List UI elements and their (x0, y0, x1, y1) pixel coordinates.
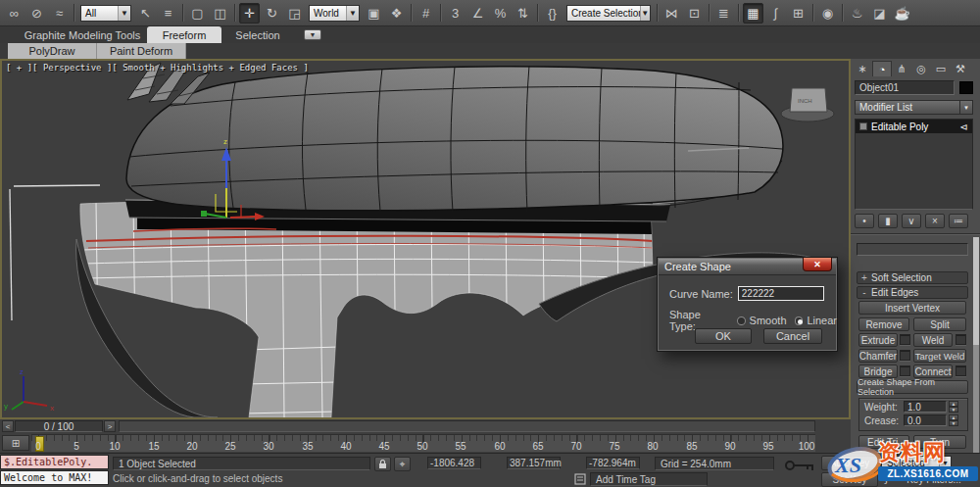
schematic-view-icon[interactable]: ⊞ (788, 3, 808, 24)
modifier-list-dropdown[interactable]: Modifier List ▼ (855, 100, 973, 115)
remove-modifier-icon[interactable]: × (925, 214, 945, 228)
subtab-paint-deform[interactable]: Paint Deform (97, 43, 186, 59)
absolute-offset-icon[interactable]: ⌖ (394, 457, 411, 471)
select-and-manipulate-icon[interactable]: ❖ (386, 3, 407, 24)
use-pivot-center-icon[interactable]: ▣ (364, 3, 384, 24)
modify-tab-icon[interactable]: ◔ (872, 61, 892, 76)
chamfer-button[interactable]: Chamfer (858, 349, 898, 363)
add-time-tag[interactable]: Add Time Tag (590, 472, 708, 486)
show-end-result-icon[interactable]: ▮ (878, 214, 898, 228)
track-bar[interactable] (119, 420, 815, 432)
named-selection-set-dropdown[interactable]: Create Selection Se ▼ (566, 5, 651, 22)
target-weld-button[interactable]: Target Weld (913, 349, 966, 363)
tab-freeform[interactable]: Freeform (147, 26, 221, 43)
hierarchy-tab-icon[interactable]: ⋔ (892, 61, 911, 76)
collapse-icon[interactable]: - (858, 287, 871, 298)
listener-script-line[interactable]: Welcome to MAX! (0, 470, 109, 485)
bind-to-spacewarp-icon[interactable]: ≈ (49, 3, 70, 24)
display-tab-icon[interactable]: ▭ (931, 61, 951, 76)
cancel-button[interactable]: Cancel (763, 328, 822, 344)
modifier-stack[interactable]: Editable Poly ⊲ (855, 119, 973, 210)
weld-settings-box[interactable] (956, 334, 966, 345)
unlink-selection-icon[interactable]: ⊘ (26, 3, 47, 24)
weld-button[interactable]: Weld (913, 333, 953, 347)
weight-field[interactable]: 1.0 (904, 401, 947, 413)
spinner-snap-icon[interactable]: ⇅ (513, 3, 533, 24)
smooth-radio-label[interactable]: Smooth (750, 315, 787, 326)
create-tab-icon[interactable]: ∗ (853, 61, 872, 76)
extrude-settings-box[interactable] (900, 334, 910, 345)
subtab-polydraw[interactable]: PolyDraw (8, 43, 97, 59)
selection-lock-icon[interactable] (374, 457, 391, 471)
next-frame-button[interactable]: > (104, 420, 116, 432)
split-button[interactable]: Split (913, 317, 966, 331)
smooth-radio[interactable] (737, 317, 746, 325)
frame-indicator[interactable]: 0 / 100 (15, 420, 103, 432)
create-shape-from-selection-button[interactable]: Create Shape From Selection (857, 380, 968, 394)
weight-spinner[interactable]: ▲▼ (949, 401, 958, 413)
select-object-icon[interactable]: ↖ (135, 3, 156, 24)
chevron-down-icon[interactable]: ▼ (959, 101, 972, 114)
curve-name-input[interactable] (738, 286, 824, 301)
scrollbar-thumb[interactable] (973, 237, 979, 345)
material-editor-icon[interactable]: ◉ (817, 3, 838, 24)
select-and-scale-icon[interactable]: ◲ (284, 3, 305, 24)
tab-graphite-modeling-tools[interactable]: Graphite Modeling Tools (18, 26, 147, 43)
viewport-canvas[interactable]: INCH z (2, 61, 849, 417)
motion-tab-icon[interactable]: ◎ (911, 61, 931, 76)
select-and-rotate-icon[interactable]: ↻ (262, 3, 282, 24)
configure-modifier-sets-icon[interactable]: ≔ (949, 214, 968, 228)
percent-snap-icon[interactable]: % (490, 3, 511, 24)
close-icon[interactable]: ✕ (803, 258, 832, 271)
window-crossing-icon[interactable]: ◫ (210, 3, 230, 24)
tab-selection[interactable]: Selection (227, 26, 288, 43)
rendered-frame-icon[interactable]: ◪ (869, 3, 890, 24)
select-by-name-icon[interactable]: ≡ (158, 3, 178, 24)
measure-helper[interactable]: INCH (781, 88, 834, 122)
remove-button[interactable]: Remove (858, 317, 909, 331)
chevron-down-icon[interactable]: ▼ (640, 6, 650, 21)
coord-system-dropdown[interactable]: World ▼ (309, 5, 360, 22)
edit-named-sets-icon[interactable]: {} (542, 3, 563, 24)
z-coordinate-field[interactable]: -782.964m (586, 457, 640, 469)
stack-item-editable-poly[interactable]: Editable Poly ⊲ (856, 120, 972, 133)
linear-radio[interactable] (795, 317, 804, 325)
bridge-button[interactable]: Bridge (858, 365, 898, 378)
y-coordinate-field[interactable]: 387.157mm (507, 457, 561, 469)
bridge-settings-box[interactable] (900, 365, 910, 376)
chevron-down-icon[interactable]: ▼ (118, 6, 130, 21)
chevron-down-icon[interactable]: ▼ (346, 6, 359, 21)
ribbon-toggle-icon[interactable]: ▦ (743, 3, 763, 24)
object-name-field[interactable]: Object01 (855, 80, 955, 95)
selection-filter-dropdown[interactable]: All ▼ (80, 5, 131, 22)
prev-frame-button[interactable]: < (2, 420, 14, 432)
render-production-icon[interactable]: ☕ (892, 3, 912, 24)
expand-icon[interactable]: + (858, 272, 871, 283)
ok-button[interactable]: OK (695, 328, 752, 344)
object-color-swatch[interactable] (959, 81, 973, 94)
maxscript-mini-listener[interactable]: $.EditablePoly. Welcome to MAX! (0, 455, 109, 485)
select-and-move-icon[interactable]: ✛ (239, 3, 260, 24)
connect-button[interactable]: Connect (913, 365, 953, 378)
crease-field[interactable]: 0.0 (904, 414, 947, 426)
perspective-viewport[interactable]: [ + ][ Perspective ][ Smooth + Highlight… (0, 59, 851, 419)
rollout-soft-selection[interactable]: + Soft Selection (857, 271, 968, 284)
angle-snap-icon[interactable]: ∠ (467, 3, 488, 24)
utilities-tab-icon[interactable]: ⚒ (951, 61, 970, 76)
mirror-icon[interactable]: ⋈ (662, 3, 682, 24)
connect-settings-box[interactable] (956, 365, 966, 376)
rect-selection-region-icon[interactable]: ▢ (187, 3, 208, 24)
crease-spinner[interactable]: ▲▼ (949, 414, 958, 426)
timeline-ruler[interactable]: 0 5 10 15 20 25 30 35 40 45 50 55 60 65 … (31, 434, 815, 452)
curve-editor-icon[interactable]: ∫ (765, 3, 786, 24)
make-unique-icon[interactable]: ∨ (902, 214, 921, 228)
extrude-button[interactable]: Extrude (858, 333, 898, 347)
insert-vertex-button[interactable]: Insert Vertex (858, 301, 966, 315)
time-tag-icon[interactable] (574, 473, 586, 485)
layer-manager-icon[interactable]: ≣ (713, 3, 734, 24)
x-coordinate-field[interactable]: -1806.428 (427, 457, 481, 469)
viewport-label[interactable]: [ + ][ Perspective ][ Smooth + Highlight… (6, 63, 309, 73)
snap-toggle-3d-icon[interactable]: 3 (445, 3, 466, 24)
chamfer-settings-box[interactable] (900, 350, 910, 361)
mini-curve-editor-button[interactable]: ⊞ (2, 435, 29, 451)
